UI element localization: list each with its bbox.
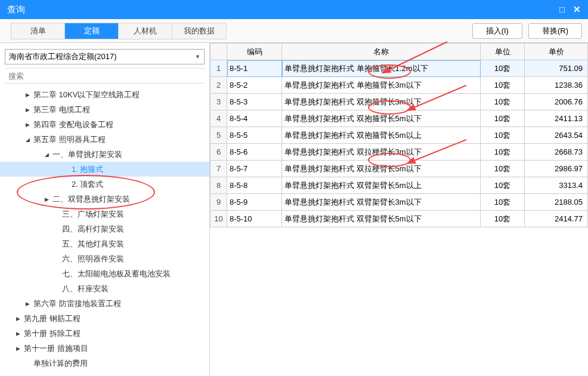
tree-toggle-icon[interactable]: ◢ bbox=[43, 152, 50, 158]
tab-mydata[interactable]: 我的数据 bbox=[172, 23, 226, 39]
tree-toggle-icon[interactable]: ▶ bbox=[24, 122, 31, 128]
cell-unit[interactable]: 10套 bbox=[481, 161, 525, 177]
tree-item[interactable]: ▶第六章 防雷接地装置工程 bbox=[0, 296, 209, 311]
tree-toggle-icon[interactable]: ▶ bbox=[43, 196, 50, 202]
tree-toggle-icon[interactable]: ▶ bbox=[24, 92, 31, 98]
tree-item[interactable]: 四、高杆灯架安装 bbox=[0, 221, 209, 236]
row-number: 5 bbox=[211, 127, 227, 144]
tree-item-label: 第九册 钢筋工程 bbox=[24, 313, 81, 324]
cell-price[interactable]: 751.09 bbox=[525, 60, 588, 77]
cell-name[interactable]: 单臂悬挑灯架抱杆式 双拉梗臂长3m以下 bbox=[282, 144, 481, 161]
cell-code[interactable]: 8-5-5 bbox=[227, 127, 282, 144]
cell-price[interactable]: 2188.05 bbox=[525, 194, 588, 211]
tree-item[interactable]: 七、太阳能电池板及蓄电池安装 bbox=[0, 266, 209, 281]
tree-item[interactable]: 1. 抱箍式 bbox=[0, 162, 209, 177]
cell-unit[interactable]: 10套 bbox=[481, 144, 525, 161]
cell-price[interactable]: 2668.73 bbox=[525, 144, 588, 161]
tree-toggle-icon[interactable]: ▶ bbox=[14, 316, 21, 322]
cell-name[interactable]: 单臂悬挑灯架抱杆式 双臂架臂长5m以上 bbox=[282, 177, 481, 194]
cell-code[interactable]: 8-5-4 bbox=[227, 110, 282, 127]
cell-price[interactable]: 2006.76 bbox=[525, 94, 588, 110]
table-row[interactable]: 68-5-6单臂悬挑灯架抱杆式 双拉梗臂长3m以下10套2668.73 bbox=[211, 144, 588, 161]
unit-header[interactable]: 单位 bbox=[481, 44, 525, 60]
tree-item[interactable]: ◢第五章 照明器具工程 bbox=[0, 132, 209, 147]
tab-list[interactable]: 清单 bbox=[11, 23, 65, 39]
tree-item[interactable]: ▶第四章 变配电设备工程 bbox=[0, 117, 209, 132]
cell-unit[interactable]: 10套 bbox=[481, 110, 525, 127]
cell-price[interactable]: 2643.54 bbox=[525, 127, 588, 144]
cell-unit[interactable]: 10套 bbox=[481, 211, 525, 227]
tree-item[interactable]: ▶第三章 电缆工程 bbox=[0, 102, 209, 117]
table-row[interactable]: 18-5-1单臂悬挑灯架抱杆式 单抱箍臂长1.2m以下10套751.09 bbox=[211, 60, 588, 77]
left-panel: 海南省市政工程综合定额(2017) ▼ ▶第二章 10KV以下架空线路工程▶第三… bbox=[0, 43, 210, 376]
cell-unit[interactable]: 10套 bbox=[481, 94, 525, 110]
tree-item[interactable]: ▶第九册 钢筋工程 bbox=[0, 311, 209, 326]
cell-code[interactable]: 8-5-9 bbox=[227, 194, 282, 211]
cell-price[interactable]: 1238.36 bbox=[525, 77, 588, 94]
tree-item-label: 第四章 变配电设备工程 bbox=[33, 119, 113, 130]
tree-item[interactable]: 六、照明器件安装 bbox=[0, 251, 209, 266]
replace-button[interactable]: 替换(R) bbox=[528, 23, 582, 39]
maximize-icon[interactable]: □ bbox=[559, 4, 565, 15]
table-row[interactable]: 48-5-4单臂悬挑灯架抱杆式 双抱箍臂长5m以下10套2411.13 bbox=[211, 110, 588, 127]
tree-item[interactable]: ▶第十一册 措施项目 bbox=[0, 341, 209, 356]
cell-unit[interactable]: 10套 bbox=[481, 177, 525, 194]
tree-item[interactable]: 八、杆座安装 bbox=[0, 281, 209, 296]
tree-toggle-icon[interactable]: ▶ bbox=[24, 301, 31, 307]
tree-item-label: 2. 顶套式 bbox=[72, 179, 103, 190]
tree-toggle-icon[interactable]: ▶ bbox=[24, 107, 31, 113]
cell-unit[interactable]: 10套 bbox=[481, 60, 525, 77]
cell-code[interactable]: 8-5-8 bbox=[227, 177, 282, 194]
price-header[interactable]: 单价 bbox=[525, 44, 588, 60]
table-row[interactable]: 38-5-3单臂悬挑灯架抱杆式 双抱箍臂长3m以下10套2006.76 bbox=[211, 94, 588, 110]
tree-item[interactable]: ▶第十册 拆除工程 bbox=[0, 326, 209, 341]
cell-price[interactable]: 2414.77 bbox=[525, 211, 588, 227]
tree-item[interactable]: ▶第二章 10KV以下架空线路工程 bbox=[0, 87, 209, 102]
cell-name[interactable]: 单臂悬挑灯架抱杆式 双抱箍臂长5m以下 bbox=[282, 110, 481, 127]
table-row[interactable]: 98-5-9单臂悬挑灯架抱杆式 双臂架臂长3m以下10套2188.05 bbox=[211, 194, 588, 211]
library-dropdown[interactable]: 海南省市政工程综合定额(2017) ▼ bbox=[5, 49, 205, 64]
cell-name[interactable]: 单臂悬挑灯架抱杆式 双臂架臂长5m以下 bbox=[282, 211, 481, 227]
cell-unit[interactable]: 10套 bbox=[481, 77, 525, 94]
cell-name[interactable]: 单臂悬挑灯架抱杆式 双臂架臂长3m以下 bbox=[282, 194, 481, 211]
cell-price[interactable]: 3313.4 bbox=[525, 177, 588, 194]
cell-name[interactable]: 单臂悬挑灯架抱杆式 单抱箍臂长3m以下 bbox=[282, 77, 481, 94]
tree-item-label: 第十一册 措施项目 bbox=[24, 343, 88, 354]
tree-item[interactable]: 2. 顶套式 bbox=[0, 177, 209, 192]
table-row[interactable]: 108-5-10单臂悬挑灯架抱杆式 双臂架臂长5m以下10套2414.77 bbox=[211, 211, 588, 227]
search-input[interactable] bbox=[5, 68, 205, 84]
tree-item[interactable]: 单独计算的费用 bbox=[0, 356, 209, 371]
cell-name[interactable]: 单臂悬挑灯架抱杆式 双抱箍臂长3m以下 bbox=[282, 94, 481, 110]
cell-code[interactable]: 8-5-6 bbox=[227, 144, 282, 161]
tree-item[interactable]: 三、广场灯架安装 bbox=[0, 207, 209, 221]
cell-code[interactable]: 8-5-2 bbox=[227, 77, 282, 94]
tree-item[interactable]: ▶二、双臂悬挑灯架安装 bbox=[0, 192, 209, 207]
table-row[interactable]: 28-5-2单臂悬挑灯架抱杆式 单抱箍臂长3m以下10套1238.36 bbox=[211, 77, 588, 94]
cell-unit[interactable]: 10套 bbox=[481, 127, 525, 144]
close-icon[interactable]: ✕ bbox=[573, 4, 581, 15]
insert-button[interactable]: 插入(I) bbox=[472, 23, 522, 39]
cell-price[interactable]: 2411.13 bbox=[525, 110, 588, 127]
cell-name[interactable]: 单臂悬挑灯架抱杆式 双拉梗臂长5m以下 bbox=[282, 161, 481, 177]
table-row[interactable]: 78-5-7单臂悬挑灯架抱杆式 双拉梗臂长5m以下10套2986.97 bbox=[211, 161, 588, 177]
tree-item[interactable]: ◢一、单臂挑灯架安装 bbox=[0, 147, 209, 162]
tree-toggle-icon[interactable]: ▶ bbox=[14, 346, 21, 352]
cell-name[interactable]: 单臂悬挑灯架抱杆式 双抱箍臂长5m以上 bbox=[282, 127, 481, 144]
tree-toggle-icon[interactable]: ◢ bbox=[24, 137, 31, 143]
tab-quota[interactable]: 定额 bbox=[65, 23, 119, 39]
tab-materials[interactable]: 人材机 bbox=[119, 23, 172, 39]
cell-price[interactable]: 2986.97 bbox=[525, 161, 588, 177]
table-row[interactable]: 88-5-8单臂悬挑灯架抱杆式 双臂架臂长5m以上10套3313.4 bbox=[211, 177, 588, 194]
tree-item-label: 第六章 防雷接地装置工程 bbox=[33, 298, 121, 309]
tree-item[interactable]: 五、其他灯具安装 bbox=[0, 236, 209, 251]
cell-code[interactable]: 8-5-7 bbox=[227, 161, 282, 177]
cell-name[interactable]: 单臂悬挑灯架抱杆式 单抱箍臂长1.2m以下 bbox=[282, 60, 481, 77]
table-row[interactable]: 58-5-5单臂悬挑灯架抱杆式 双抱箍臂长5m以上10套2643.54 bbox=[211, 127, 588, 144]
tree-toggle-icon[interactable]: ▶ bbox=[14, 331, 21, 337]
cell-code[interactable]: 8-5-1 bbox=[227, 60, 282, 77]
cell-code[interactable]: 8-5-10 bbox=[227, 211, 282, 227]
code-header[interactable]: 编码 bbox=[227, 44, 282, 60]
cell-unit[interactable]: 10套 bbox=[481, 194, 525, 211]
name-header[interactable]: 名称 bbox=[282, 44, 481, 60]
cell-code[interactable]: 8-5-3 bbox=[227, 94, 282, 110]
